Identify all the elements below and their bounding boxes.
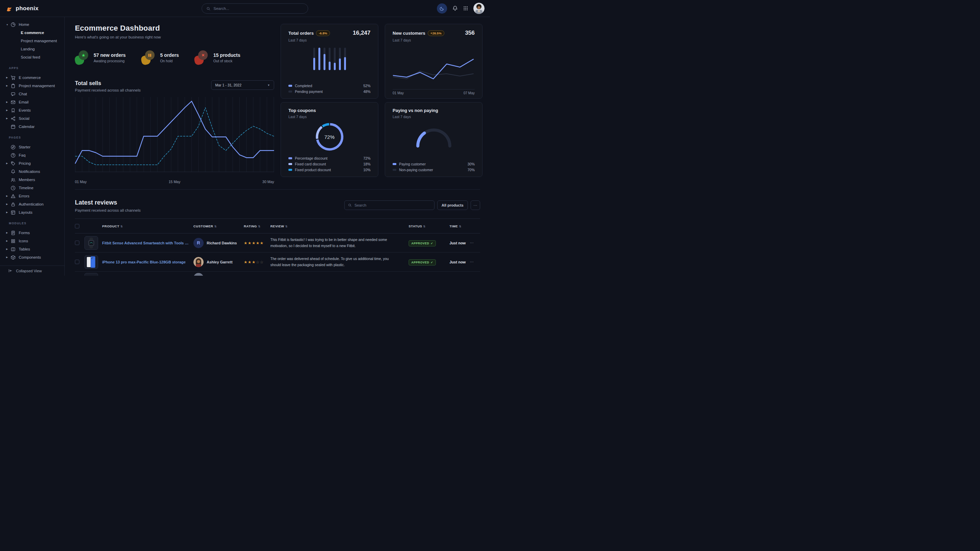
caret-right-icon: ▶ [6,256,9,259]
customer-name: Richard Dawkins [207,241,237,245]
sidebar-item-calendar[interactable]: Calendar [0,122,64,131]
moon-icon [440,6,444,11]
total-orders-bar-chart [313,48,346,70]
user-avatar[interactable] [473,3,485,14]
sidebar-item-timeline[interactable]: Timeline [0,184,64,192]
sidebar-item-forms[interactable]: ▶ Forms [0,229,64,237]
sidebar-item-layouts[interactable]: ▶ Layouts [0,208,64,216]
sort-icon: ⇅ [258,225,261,228]
sidebar-item-social[interactable]: ▶ Social [0,114,64,122]
sidebar-item-label: Calendar [19,125,35,129]
chevron-down-icon: ▼ [267,84,270,87]
sort-icon: ⇅ [459,225,461,228]
x-tick: 01 May [75,180,86,184]
sidebar-item-label: Social [19,116,29,121]
sidebar-item-label: Layouts [19,210,32,214]
sidebar-item-home[interactable]: ▼ Home [0,21,64,29]
box-icon [11,255,16,260]
legend-label: Fixed product discount [295,168,331,172]
row-checkbox[interactable] [75,260,80,264]
collapse-sidebar-button[interactable]: Collapsed View [0,265,64,276]
sidebar-item-project-management[interactable]: ▶ Project management [0,82,64,90]
sidebar-item-label: Faq [19,153,25,157]
rating-stars: ★★★★★ [244,241,270,245]
review-text: The order was delivered ahead of schedul… [270,256,409,268]
product-link[interactable]: Fitbit Sense Advanced Smartwatch with To… [102,241,193,245]
product-link[interactable]: iPhone 13 pro max-Pacific Blue-128GB sto… [102,260,193,264]
reviews-search[interactable] [344,200,434,210]
caret-right-icon: ▶ [6,203,9,206]
paying-legend: Paying customer 30% Non-paying customer … [393,161,475,173]
change-badge: +26.5% [428,30,444,36]
navbar-search[interactable] [202,3,308,14]
dashboard-overview-section: Ecommerce Dashboard Here's what's going … [75,17,480,190]
sidebar-item-project-management-dashboard[interactable]: Project management [0,37,64,45]
sidebar-item-members[interactable]: Members [0,176,64,184]
x-tick: 07 May [463,91,475,95]
sidebar-item-chat[interactable]: Chat [0,90,64,98]
theme-toggle-button[interactable] [437,3,447,14]
legend-value: 30% [468,162,475,166]
row-actions-button[interactable]: ⋯ [470,241,480,245]
gauge-nonpaying-arc [425,130,450,146]
caret-right-icon: ▶ [6,109,9,112]
apps-grid-button[interactable] [463,6,468,11]
sidebar-item-components[interactable]: ▶ Components [0,253,64,261]
sidebar-item-label: Authentication [19,202,44,206]
stat-value: 5 orders [160,52,179,58]
brand-logo[interactable]: phoenix [5,5,38,12]
customer-avatar-photo [193,257,204,267]
page-title: Ecommerce Dashboard [75,24,274,33]
x-tick: 30 May [262,180,274,184]
x-tick: 01 May [393,91,404,95]
column-header-review[interactable]: REVIEW⇅ [270,224,409,228]
sidebar-item-faq[interactable]: Faq [0,151,64,159]
navbar-search-input[interactable] [213,6,304,11]
column-header-time[interactable]: TIME⇅ [449,224,470,228]
sidebar-item-ecommerce[interactable]: ▶ E commerce [0,73,64,82]
share-icon [11,116,16,121]
sidebar-item-ecommerce-dashboard[interactable]: E commerce [0,29,64,37]
sidebar-item-pricing[interactable]: ▶ Pricing [0,159,64,167]
reviews-search-input[interactable] [355,203,431,207]
star-badge-icon: ★ [79,50,88,60]
column-header-product[interactable]: PRODUCT⇅ [102,224,193,228]
top-coupons-card: Top coupons Last 7 days 72% Percentage d… [281,102,378,177]
notifications-button[interactable] [452,5,458,11]
legend-swatch-paying [393,163,396,165]
date-range-value: Mar 1 - 31, 2022 [215,83,242,87]
sidebar-item-social-feed[interactable]: Social feed [0,53,64,61]
column-header-customer[interactable]: CUSTOMER⇅ [193,224,244,228]
column-header-status[interactable]: STATUS⇅ [409,224,449,228]
layout-icon [11,210,16,215]
sidebar-item-email[interactable]: ▶ Email [0,98,64,106]
x-tick: 15 May [169,180,180,184]
sidebar-item-starter[interactable]: Starter [0,143,64,151]
all-products-button[interactable]: All products [437,200,468,210]
select-all-checkbox[interactable] [75,224,80,229]
sidebar-item-events[interactable]: ▶ Events [0,106,64,114]
reviews-subtitle: Payment received across all channels [75,208,141,212]
date-range-select[interactable]: Mar 1 - 31, 2022 ▼ [211,80,274,90]
row-actions-button[interactable]: ⋯ [470,260,480,264]
sidebar-item-icons[interactable]: ▶ Icons [0,237,64,245]
legend-value: 48% [363,89,371,94]
users-icon [11,177,16,183]
sidebar-item-errors[interactable]: ▶ Errors [0,192,64,200]
caret-right-icon: ▶ [6,195,9,197]
legend-label: Percentage discount [295,156,328,160]
table-header-row: PRODUCT⇅ CUSTOMER⇅ RATING⇅ REVIEW⇅ STATU… [75,219,480,233]
caret-right-icon: ▶ [6,101,9,103]
sidebar-item-landing[interactable]: Landing [0,45,64,53]
sidebar-item-notifications[interactable]: Notifications [0,167,64,176]
row-checkbox[interactable] [75,241,80,245]
sidebar-item-tables[interactable]: ▶ Tables [0,245,64,253]
legend-row: Fixed card discount 18% [288,161,371,167]
stat-value: 15 products [213,52,240,58]
column-header-rating[interactable]: RATING⇅ [244,224,270,228]
table-row: Fitbit Sense Advanced Smartwatch with To… [75,233,480,252]
legend-label: Completed [295,84,312,88]
sidebar-item-authentication[interactable]: ▶ Authentication [0,200,64,208]
caret-down-icon: ▼ [6,24,9,26]
reviews-more-button[interactable]: ⋯ [471,200,480,210]
